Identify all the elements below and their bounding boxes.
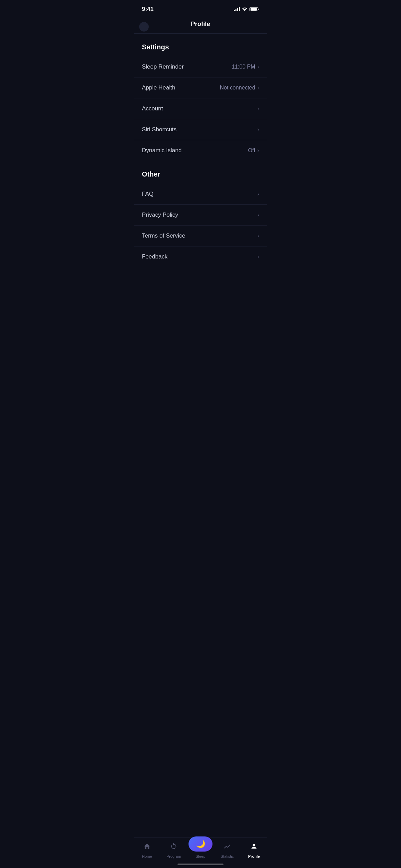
feedback-chevron: › — [257, 254, 259, 260]
sleep-reminder-right: 11:00 PM › — [232, 64, 259, 70]
account-right: › — [257, 106, 259, 112]
dynamic-island-label: Dynamic Island — [142, 147, 182, 154]
apple-health-value: Not connected — [220, 85, 255, 91]
faq-chevron: › — [257, 191, 259, 197]
apple-health-label: Apple Health — [142, 84, 175, 91]
bottom-spacer — [134, 267, 267, 301]
nav-header: Profile — [134, 17, 267, 33]
settings-item-account[interactable]: Account › — [134, 98, 267, 119]
other-section: Other FAQ › Privacy Policy › Terms of Se… — [134, 161, 267, 267]
sleep-reminder-label: Sleep Reminder — [142, 63, 184, 70]
dynamic-island-chevron: › — [257, 147, 259, 154]
settings-section-header: Settings — [134, 34, 267, 57]
settings-section: Settings Sleep Reminder 11:00 PM › Apple… — [134, 34, 267, 161]
wifi-icon — [242, 7, 247, 12]
settings-item-privacy-policy[interactable]: Privacy Policy › — [134, 205, 267, 226]
apple-health-chevron: › — [257, 85, 259, 91]
terms-of-service-chevron: › — [257, 233, 259, 239]
status-icons — [234, 7, 259, 12]
siri-shortcuts-label: Siri Shortcuts — [142, 126, 177, 133]
page-title: Profile — [191, 21, 210, 28]
status-time: 9:41 — [142, 6, 154, 13]
terms-of-service-label: Terms of Service — [142, 232, 185, 239]
settings-item-dynamic-island[interactable]: Dynamic Island Off › — [134, 140, 267, 161]
feedback-right: › — [257, 254, 259, 260]
account-chevron: › — [257, 106, 259, 112]
back-button[interactable] — [139, 22, 149, 32]
dynamic-island-right: Off › — [248, 147, 259, 154]
feedback-label: Feedback — [142, 253, 168, 260]
account-label: Account — [142, 105, 163, 112]
settings-item-terms-of-service[interactable]: Terms of Service › — [134, 226, 267, 246]
other-section-header: Other — [134, 161, 267, 184]
settings-item-feedback[interactable]: Feedback › — [134, 246, 267, 267]
privacy-policy-label: Privacy Policy — [142, 212, 178, 218]
settings-item-siri-shortcuts[interactable]: Siri Shortcuts › — [134, 119, 267, 140]
signal-icon — [234, 7, 240, 11]
privacy-policy-chevron: › — [257, 212, 259, 218]
terms-of-service-right: › — [257, 233, 259, 239]
sleep-reminder-value: 11:00 PM — [232, 64, 255, 70]
dynamic-island-value: Off — [248, 147, 255, 154]
siri-shortcuts-right: › — [257, 126, 259, 133]
sleep-reminder-chevron: › — [257, 64, 259, 70]
apple-health-right: Not connected › — [220, 85, 259, 91]
battery-icon — [250, 7, 259, 11]
faq-right: › — [257, 191, 259, 197]
settings-item-faq[interactable]: FAQ › — [134, 184, 267, 205]
faq-label: FAQ — [142, 191, 154, 197]
status-bar: 9:41 — [134, 0, 267, 17]
settings-item-sleep-reminder[interactable]: Sleep Reminder 11:00 PM › — [134, 57, 267, 77]
settings-item-apple-health[interactable]: Apple Health Not connected › — [134, 77, 267, 98]
privacy-policy-right: › — [257, 212, 259, 218]
siri-shortcuts-chevron: › — [257, 126, 259, 133]
